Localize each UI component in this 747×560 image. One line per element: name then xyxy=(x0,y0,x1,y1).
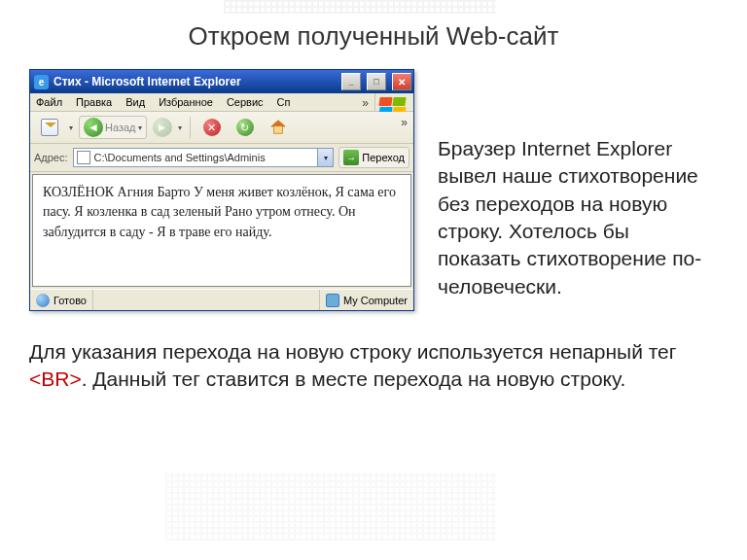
status-zone-pane: My Computer xyxy=(320,290,413,310)
ie-logo-icon: e xyxy=(34,75,49,89)
address-label: Адрес: xyxy=(34,152,68,163)
menu-overflow-icon[interactable]: » xyxy=(362,96,369,110)
status-mid-pane xyxy=(93,290,320,310)
go-label: Переход xyxy=(362,152,405,163)
bottom-text-part1: Для указания перехода на новую строку ис… xyxy=(29,340,676,363)
address-bar: Адрес: C:\Documents and Settings\Adminis… xyxy=(30,144,413,172)
minimize-button[interactable]: _ xyxy=(341,73,361,90)
svg-marker-1 xyxy=(270,121,284,126)
status-bar: Готово My Computer xyxy=(30,289,413,310)
menu-help-truncated[interactable]: Сп xyxy=(277,96,291,108)
bottom-paragraph: Для указания перехода на новую строку ис… xyxy=(29,338,718,394)
menu-service[interactable]: Сервис xyxy=(227,96,264,108)
home-icon xyxy=(269,119,287,136)
go-arrow-icon: → xyxy=(343,150,359,165)
address-dropdown-icon[interactable]: ▾ xyxy=(317,149,333,166)
mail-button[interactable] xyxy=(36,116,63,139)
back-arrow-icon: ◄ xyxy=(84,118,103,137)
menu-favorites[interactable]: Избранное xyxy=(159,96,213,108)
forward-dropdown-icon[interactable]: ▾ xyxy=(178,123,182,132)
back-button[interactable]: ◄ Назад ▾ xyxy=(79,116,147,139)
side-paragraph: Браузер Internet Explorer вывел наше сти… xyxy=(438,69,718,300)
menu-bar: Файл Правка Вид Избранное Сервис Сп » xyxy=(30,93,413,112)
decorative-dots-top xyxy=(224,0,496,14)
maximize-button[interactable]: □ xyxy=(367,73,386,90)
br-tag-highlight: <BR> xyxy=(29,368,82,390)
home-button[interactable] xyxy=(265,116,292,139)
address-value: C:\Documents and Settings\Adminis xyxy=(94,152,266,163)
page-content: КОЗЛЁНОК Агния Барто У меня живет козлён… xyxy=(32,174,411,287)
back-dropdown-icon[interactable]: ▾ xyxy=(138,123,142,132)
address-input[interactable]: C:\Documents and Settings\Adminis ▾ xyxy=(73,148,335,167)
bottom-text-part2: . Данный тег ставится в месте перехода н… xyxy=(82,368,626,390)
toolbar: ▾ ◄ Назад ▾ ► ▾ ✕ ↻ xyxy=(30,112,413,144)
menu-view[interactable]: Вид xyxy=(125,96,145,108)
back-label: Назад xyxy=(105,122,136,133)
globe-icon xyxy=(36,294,50,307)
forward-button[interactable]: ► xyxy=(153,118,172,137)
decorative-dots-bottom xyxy=(165,472,496,541)
window-title: Стих - Microsoft Internet Explorer xyxy=(53,75,241,88)
toolbar-separator xyxy=(190,117,191,138)
refresh-button[interactable]: ↻ xyxy=(231,116,259,139)
status-ready: Готово xyxy=(53,295,87,306)
computer-icon xyxy=(326,294,339,307)
page-title: Откроем полученный Web-сайт xyxy=(29,21,718,52)
page-icon xyxy=(77,151,90,164)
menu-edit[interactable]: Правка xyxy=(76,96,112,108)
status-ready-pane: Готово xyxy=(30,290,93,310)
stop-button[interactable]: ✕ xyxy=(198,116,226,139)
ie-browser-window: e Стих - Microsoft Internet Explorer _ □… xyxy=(29,69,414,311)
close-button[interactable]: ✕ xyxy=(392,73,411,90)
window-titlebar[interactable]: e Стих - Microsoft Internet Explorer _ □… xyxy=(30,70,413,93)
toolbar-overflow-icon[interactable]: » xyxy=(401,116,408,129)
status-zone: My Computer xyxy=(343,295,408,306)
mail-dropdown-icon[interactable]: ▾ xyxy=(69,123,73,132)
go-button[interactable]: → Переход xyxy=(338,147,409,168)
menu-file[interactable]: Файл xyxy=(36,96,62,108)
